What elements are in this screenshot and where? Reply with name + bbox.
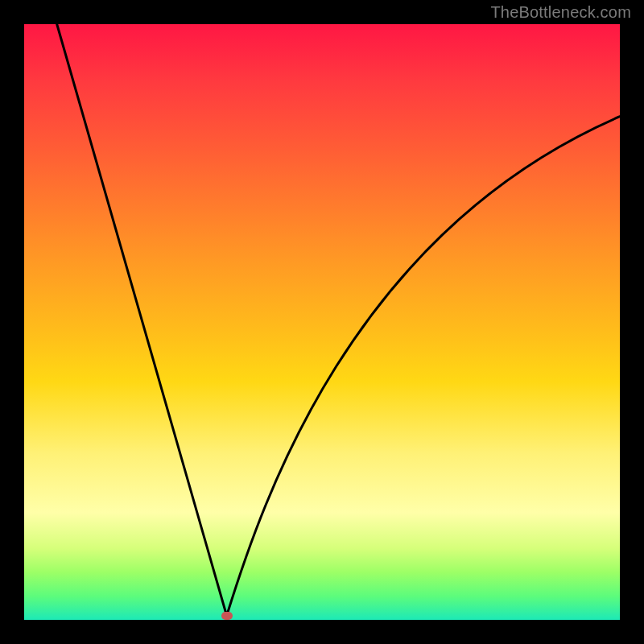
plot-area [24, 24, 620, 620]
chart-frame: TheBottleneck.com [0, 0, 644, 644]
minimum-marker [221, 612, 233, 620]
watermark-text: TheBottleneck.com [490, 3, 631, 22]
bottleneck-curve [24, 24, 620, 620]
